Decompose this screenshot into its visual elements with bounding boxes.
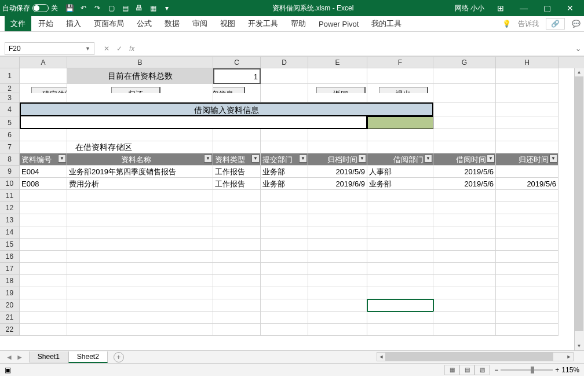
row-header[interactable]: 8 [0, 153, 20, 166]
th-borrow-time[interactable]: 借阅时间▼ [433, 153, 496, 166]
cell[interactable] [308, 68, 367, 84]
cell[interactable] [433, 299, 496, 312]
cell[interactable]: 业务部2019年第四季度销售报告 [67, 166, 213, 178]
cell[interactable] [496, 202, 559, 214]
cell[interactable] [367, 275, 433, 287]
row-header[interactable]: 19 [0, 287, 20, 299]
cell[interactable] [367, 93, 433, 102]
cell[interactable] [496, 68, 559, 84]
cell[interactable] [261, 68, 308, 84]
col-header[interactable]: C [213, 57, 261, 68]
cell[interactable] [213, 287, 261, 299]
cell[interactable] [20, 239, 67, 251]
add-sheet-button[interactable]: + [114, 352, 124, 362]
cell[interactable] [261, 129, 308, 141]
cell[interactable]: 退出 [367, 84, 433, 93]
save-icon[interactable]: 💾 [65, 3, 74, 13]
row-header[interactable]: 5 [0, 116, 20, 129]
vertical-scrollbar[interactable]: ▲ ▼ [574, 68, 584, 350]
cell[interactable] [20, 324, 67, 336]
th-borrow-dept[interactable]: 借阅部门▼ [367, 153, 433, 166]
scroll-down-icon[interactable]: ▼ [575, 342, 583, 350]
tellme-text[interactable]: 告诉我 [518, 19, 539, 29]
cell[interactable] [213, 93, 261, 102]
zoom-out-button[interactable]: − [494, 366, 498, 374]
cell[interactable] [261, 190, 308, 202]
tab-help[interactable]: 帮助 [285, 16, 312, 31]
col-header[interactable]: F [367, 57, 433, 68]
row-header[interactable]: 14 [0, 226, 20, 239]
row-header[interactable]: 10 [0, 178, 20, 190]
username[interactable]: 网络 小小 [455, 3, 484, 13]
cell-selected[interactable] [367, 299, 433, 312]
cell[interactable] [367, 129, 433, 141]
cell[interactable]: 工作报告 [213, 166, 261, 178]
cell[interactable] [308, 239, 367, 251]
print-icon[interactable]: 🖶 [134, 3, 144, 13]
cell[interactable] [20, 129, 67, 141]
th-name[interactable]: 资料名称▼ [67, 153, 213, 166]
clear-button[interactable]: 清空信息 [213, 87, 245, 93]
filter-dropdown-icon[interactable]: ▼ [58, 155, 66, 163]
cell[interactable] [213, 190, 261, 202]
cell[interactable] [308, 275, 367, 287]
cell[interactable] [213, 202, 261, 214]
cell[interactable] [308, 141, 367, 153]
cell[interactable] [496, 102, 559, 116]
cell[interactable]: E004 [20, 166, 67, 178]
cell[interactable] [367, 68, 433, 84]
cell[interactable] [67, 275, 213, 287]
dropdown-icon[interactable]: ▾ [162, 3, 171, 13]
cell[interactable] [433, 202, 496, 214]
filter-dropdown-icon[interactable]: ▼ [358, 155, 366, 163]
cell[interactable] [67, 312, 213, 324]
name-box[interactable]: F20 ▼ [5, 42, 94, 55]
enter-icon[interactable]: ✓ [116, 45, 122, 53]
cell[interactable] [433, 312, 496, 324]
cell[interactable] [433, 190, 496, 202]
cell[interactable] [308, 202, 367, 214]
cell[interactable] [20, 251, 67, 263]
cell[interactable] [261, 251, 308, 263]
cell[interactable] [367, 312, 433, 324]
col-header[interactable]: B [67, 57, 213, 68]
cell-title-count[interactable]: 1 [213, 68, 261, 84]
input-section-header[interactable]: 借阅输入资料信息 [20, 102, 433, 116]
cell[interactable] [496, 239, 559, 251]
cell[interactable] [261, 299, 308, 312]
zoom-value[interactable]: 115% [561, 366, 579, 374]
cell[interactable] [496, 214, 559, 226]
open-icon[interactable]: ▤ [121, 3, 130, 13]
cell[interactable] [261, 287, 308, 299]
cell[interactable] [496, 129, 559, 141]
filter-dropdown-icon[interactable]: ▼ [251, 155, 260, 163]
cell[interactable] [433, 102, 496, 116]
cell[interactable] [67, 239, 213, 251]
cell[interactable]: 2019/5/6 [433, 166, 496, 178]
cell[interactable] [20, 190, 67, 202]
cell[interactable] [67, 190, 213, 202]
cell[interactable] [496, 166, 559, 178]
cell[interactable] [261, 93, 308, 102]
zoom-in-button[interactable]: + [555, 366, 559, 374]
th-return-time[interactable]: 归还时间▼ [496, 153, 559, 166]
return-button[interactable]: 归还 [111, 87, 160, 93]
cell[interactable] [433, 263, 496, 275]
cell[interactable] [261, 214, 308, 226]
sheet-tab-2[interactable]: Sheet2 [68, 351, 108, 363]
row-header[interactable]: 21 [0, 312, 20, 324]
sheet-tab-1[interactable]: Sheet1 [29, 351, 68, 362]
cell[interactable] [20, 312, 67, 324]
more-icon[interactable]: ▦ [148, 3, 158, 13]
cell[interactable] [433, 116, 496, 129]
cell[interactable] [213, 299, 261, 312]
col-header[interactable]: A [20, 57, 67, 68]
cell[interactable] [496, 275, 559, 287]
cancel-icon[interactable]: ✕ [104, 45, 110, 53]
cell[interactable]: E008 [20, 178, 67, 190]
cell[interactable] [308, 263, 367, 275]
confirm-borrow-button[interactable]: 确定借阅 [31, 87, 67, 93]
view-pagelayout-button[interactable]: ▤ [459, 365, 475, 375]
tab-insert[interactable]: 插入 [60, 16, 87, 31]
cell[interactable] [367, 226, 433, 239]
